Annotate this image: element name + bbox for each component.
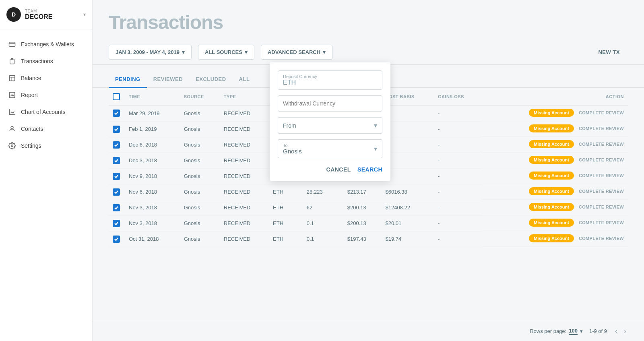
row-checkbox-4[interactable]: [113, 173, 120, 180]
tab-reviewed[interactable]: REVIEWED: [147, 71, 189, 88]
date-range-chevron-icon: ▾: [182, 49, 185, 55]
row-gain-loss-6: -: [434, 200, 482, 215]
complete-review-btn-7[interactable]: COMPLETE REVIEW: [579, 220, 624, 225]
next-page-button[interactable]: ›: [622, 327, 628, 335]
missing-account-badge-2[interactable]: Missing Account: [529, 140, 574, 148]
row-checkbox-3[interactable]: [113, 157, 120, 164]
select-all-checkbox[interactable]: [113, 93, 120, 100]
toolbar: JAN 3, 2009 - MAY 4, 2019 ▾ ALL SOURCES …: [93, 40, 644, 65]
row-source-6: Gnosis: [180, 200, 220, 215]
deposit-currency-value: ETH: [283, 79, 377, 86]
complete-review-btn-4[interactable]: COMPLETE REVIEW: [579, 173, 624, 178]
new-tx-button[interactable]: NEW TX: [590, 45, 628, 59]
row-source-3: Gnosis: [180, 153, 220, 168]
wallet-icon: [8, 40, 16, 48]
deposit-currency-label: Deposit Currency: [283, 74, 377, 79]
row-checkbox-1[interactable]: [113, 126, 120, 133]
complete-review-btn-8[interactable]: COMPLETE REVIEW: [579, 236, 624, 241]
row-asset-6: ETH: [269, 200, 303, 215]
row-checkbox-6[interactable]: [113, 204, 120, 211]
deposit-currency-field[interactable]: Deposit Currency ETH: [278, 70, 382, 90]
advanced-search-panel: Deposit Currency ETH From ▾ To Gnosis ▾: [270, 62, 390, 181]
missing-account-badge-7[interactable]: Missing Account: [529, 219, 574, 227]
team-name: DECORE: [25, 13, 52, 21]
sidebar-item-exchanges[interactable]: Exchanges & Wallets: [0, 36, 92, 53]
row-checkbox-5[interactable]: [113, 188, 120, 196]
balance-icon: [8, 74, 16, 82]
missing-account-badge-8[interactable]: Missing Account: [529, 234, 574, 242]
row-gain-loss-7: -: [434, 215, 482, 231]
from-dropdown[interactable]: From ▾: [278, 117, 382, 134]
date-range-button[interactable]: JAN 3, 2009 - MAY 4, 2019 ▾: [109, 45, 192, 60]
cancel-button[interactable]: CANCEL: [326, 166, 351, 173]
row-checkbox-2[interactable]: [113, 141, 120, 149]
row-gain-loss-2: -: [434, 137, 482, 153]
tab-all[interactable]: ALL: [233, 71, 256, 88]
tab-excluded[interactable]: EXCLUDED: [189, 71, 233, 88]
tab-pending[interactable]: PENDING: [109, 71, 147, 88]
missing-account-badge-6[interactable]: Missing Account: [529, 203, 574, 211]
logo-icon: D: [6, 7, 21, 22]
sidebar-item-transactions[interactable]: Transactions: [0, 53, 92, 70]
row-price-7: $200.13: [343, 215, 382, 231]
table-row: Nov 6, 2018 Gnosis RECEIVED ETH 28.223 $…: [109, 184, 628, 200]
sidebar-item-contacts[interactable]: Contacts: [0, 120, 92, 137]
complete-review-btn-2[interactable]: COMPLETE REVIEW: [579, 142, 624, 147]
search-button[interactable]: SEARCH: [357, 166, 382, 173]
sources-button[interactable]: ALL SOURCES ▾: [198, 45, 254, 60]
complete-review-btn-6[interactable]: COMPLETE REVIEW: [579, 205, 624, 209]
row-action-2: Missing Account COMPLETE REVIEW: [482, 137, 628, 153]
missing-account-badge-4[interactable]: Missing Account: [529, 172, 574, 180]
svg-rect-3: [9, 92, 15, 98]
row-type-0: RECEIVED: [220, 105, 269, 122]
missing-account-badge-3[interactable]: Missing Account: [529, 156, 574, 164]
row-price-6: $200.13: [343, 200, 382, 215]
page-header: Transactions: [93, 0, 644, 40]
advanced-search-chevron-icon: ▾: [323, 49, 326, 55]
row-time-8: Oct 31, 2018: [125, 231, 180, 247]
sidebar-item-report[interactable]: Report: [0, 87, 92, 103]
missing-account-badge-1[interactable]: Missing Account: [529, 124, 574, 132]
table-row: Nov 3, 2018 Gnosis RECEIVED ETH 0.1 $200…: [109, 215, 628, 231]
date-range-label: JAN 3, 2009 - MAY 4, 2019: [116, 49, 180, 55]
row-checkbox-7[interactable]: [113, 220, 120, 227]
row-type-8: RECEIVED: [220, 231, 269, 247]
col-action: ACTION: [482, 88, 628, 105]
sidebar-label-transactions: Transactions: [21, 58, 53, 64]
row-cost-basis-6: $12408.22: [381, 200, 433, 215]
withdrawal-currency-field[interactable]: [278, 95, 382, 112]
sidebar-item-settings[interactable]: Settings: [0, 137, 92, 154]
row-checkbox-0[interactable]: [113, 110, 120, 117]
missing-account-badge-0[interactable]: Missing Account: [529, 109, 574, 117]
to-value: Gnosis: [283, 148, 302, 155]
row-source-7: Gnosis: [180, 215, 220, 231]
row-amount-8: 0.1: [303, 231, 343, 247]
row-asset-5: ETH: [269, 184, 303, 200]
row-time-1: Feb 1, 2019: [125, 121, 180, 137]
complete-review-btn-3[interactable]: COMPLETE REVIEW: [579, 157, 624, 162]
sidebar-item-chart[interactable]: Chart of Accounts: [0, 103, 92, 120]
sidebar-logo[interactable]: D TEAM DECORE ▾: [0, 0, 92, 29]
advanced-search-button[interactable]: ADVANCED SEARCH ▾: [261, 45, 332, 60]
complete-review-btn-1[interactable]: COMPLETE REVIEW: [579, 126, 624, 131]
row-cost-basis-7: $20.01: [381, 215, 433, 231]
missing-account-badge-5[interactable]: Missing Account: [529, 187, 574, 195]
complete-review-btn-5[interactable]: COMPLETE REVIEW: [579, 189, 624, 194]
row-amount-5: 28.223: [303, 184, 343, 200]
row-type-4: RECEIVED: [220, 168, 269, 184]
to-dropdown[interactable]: To Gnosis ▾: [278, 139, 382, 158]
rows-per-page-label: Rows per page:: [530, 328, 566, 334]
prev-page-button[interactable]: ‹: [613, 327, 619, 335]
page-title: Transactions: [109, 11, 628, 33]
row-time-5: Nov 6, 2018: [125, 184, 180, 200]
chevron-down-icon[interactable]: ▾: [83, 12, 86, 17]
withdrawal-currency-input[interactable]: [283, 100, 377, 107]
from-chevron-icon: ▾: [374, 122, 377, 129]
complete-review-btn-0[interactable]: COMPLETE REVIEW: [579, 110, 624, 115]
row-action-8: Missing Account COMPLETE REVIEW: [482, 231, 628, 247]
row-checkbox-8[interactable]: [113, 236, 120, 243]
rows-per-page-chevron-icon[interactable]: ▾: [580, 328, 583, 334]
sidebar-item-balance[interactable]: Balance: [0, 70, 92, 87]
row-time-7: Nov 3, 2018: [125, 215, 180, 231]
svg-rect-0: [9, 42, 15, 47]
